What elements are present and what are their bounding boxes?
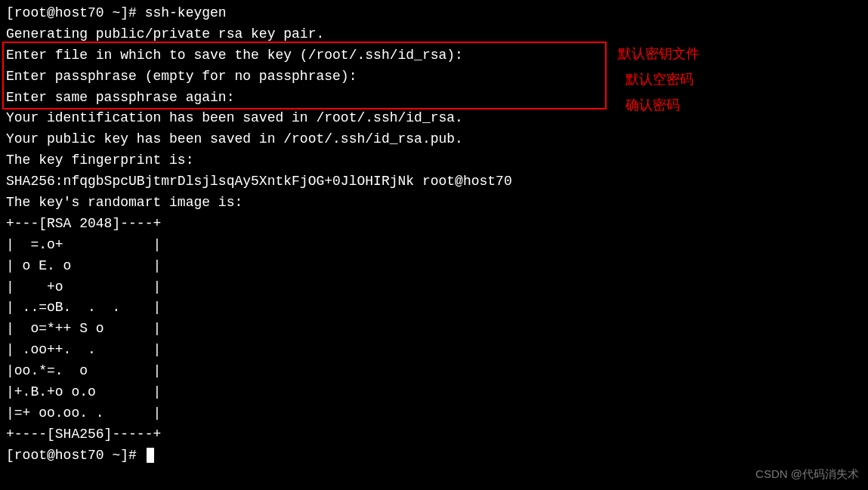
prompt-line[interactable]: [root@host70 ~]# — [6, 445, 862, 467]
randomart-line: +----[SHA256]-----+ — [6, 424, 862, 445]
output-line: SHA256:nfqgbSpcUBjtmrDlsjlsqAy5XntkFjOG+… — [6, 171, 862, 193]
annotation-default-key-file: 默认密钥文件 — [618, 44, 700, 65]
randomart-line: | ..=oB. . . | — [6, 297, 862, 319]
cursor-icon — [147, 448, 154, 463]
randomart-line: |+.B.+o o.o | — [6, 382, 862, 403]
annotation-confirm-password: 确认密码 — [626, 95, 680, 116]
output-line: The key fingerprint is: — [6, 150, 862, 171]
prompt-text: [root@host70 ~]# — [6, 448, 145, 463]
randomart-line: | o=*++ S o | — [6, 319, 862, 340]
prompt-line: [root@host70 ~]# ssh-keygen — [6, 3, 862, 24]
terminal-output: [root@host70 ~]# ssh-keygen Generating p… — [6, 3, 862, 467]
annotation-default-empty-password: 默认空密码 — [626, 69, 693, 91]
randomart-line: | o E. o | — [6, 256, 862, 277]
watermark: CSDN @代码消失术 — [755, 465, 859, 482]
randomart-line: | =.o+ | — [6, 235, 862, 256]
output-line: The key's randomart image is: — [6, 193, 862, 214]
randomart-line: |=+ oo.oo. . | — [6, 403, 862, 424]
output-line: Your public key has been saved in /root/… — [6, 129, 862, 150]
output-line: Generating public/private rsa key pair. — [6, 24, 862, 45]
randomart-line: | +o | — [6, 277, 862, 298]
output-line: Enter file in which to save the key (/ro… — [6, 45, 862, 66]
randomart-line: | .oo++. . | — [6, 340, 862, 361]
output-line: Your identification has been saved in /r… — [6, 108, 862, 129]
randomart-line: |oo.*=. o | — [6, 361, 862, 382]
output-line: Enter passphrase (empty for no passphras… — [6, 66, 862, 88]
randomart-line: +---[RSA 2048]----+ — [6, 214, 862, 235]
output-line: Enter same passphrase again: — [6, 88, 862, 109]
